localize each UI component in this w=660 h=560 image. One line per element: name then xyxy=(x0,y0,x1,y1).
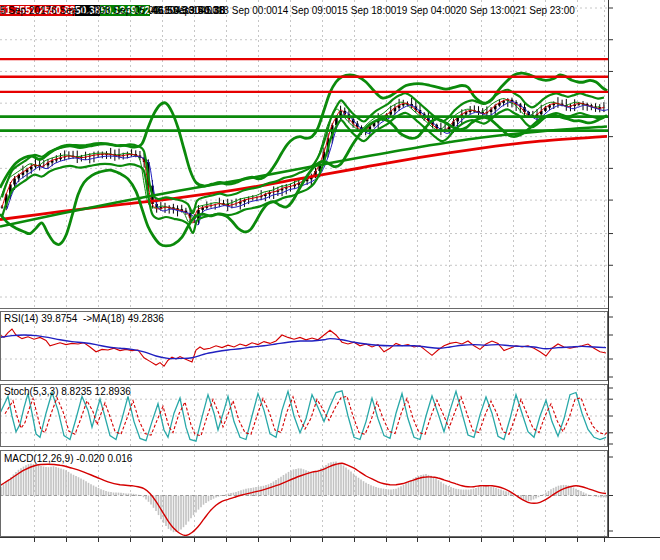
chart-canvas[interactable] xyxy=(0,0,660,560)
grid-lines xyxy=(0,0,608,537)
main-price-panel[interactable] xyxy=(0,59,609,246)
axis-tick-marks xyxy=(35,8,614,542)
macd-panel xyxy=(0,461,608,535)
trading-chart-window: ▼ CRUDE_X17,H1 50.43 50.46 50.33 50.38 R… xyxy=(0,0,660,560)
band-outer-lower xyxy=(0,115,607,246)
